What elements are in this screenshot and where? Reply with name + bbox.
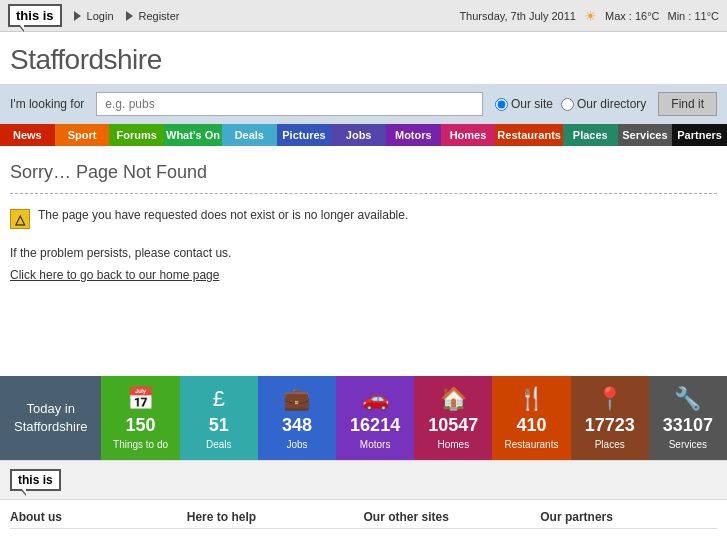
nav-item-forums[interactable]: Forums (109, 124, 164, 146)
footer-col-2: Our other sites (364, 510, 541, 533)
footer-col-0: About us (10, 510, 187, 533)
radio-group: Our site Our directory (495, 97, 646, 111)
persist-text: If the problem persists, please contact … (10, 243, 717, 265)
logo-text: this is (16, 8, 54, 23)
nav-item-news[interactable]: News (0, 124, 55, 146)
today-icon-5: 🍴 (518, 386, 545, 412)
footer-links: About us Here to help Our other sites Ou… (0, 500, 727, 543)
error-message: The page you have requested does not exi… (38, 208, 408, 222)
today-lbl-1: Deals (206, 439, 232, 450)
today-item-places[interactable]: 📍 17723 Places (571, 376, 649, 460)
today-line1: Today in (27, 401, 75, 416)
footer-col-heading-3: Our partners (540, 510, 717, 529)
today-item-thingstodo[interactable]: 📅 150 Things to do (101, 376, 179, 460)
footer-col-heading-2: Our other sites (364, 510, 541, 529)
footer-col-heading-1: Here to help (187, 510, 364, 529)
find-button[interactable]: Find it (658, 92, 717, 116)
search-input[interactable] (96, 92, 483, 116)
weather-icon: ☀ (584, 8, 597, 24)
top-bar-left: this is Login Register (8, 4, 179, 27)
today-icon-7: 🔧 (674, 386, 701, 412)
today-icon-6: 📍 (596, 386, 623, 412)
radio-our-site[interactable]: Our site (495, 97, 553, 111)
today-icon-1: £ (213, 386, 225, 412)
today-items: 📅 150 Things to do£ 51 Deals💼 348 Jobs🚗 … (101, 376, 727, 460)
today-label: Today in Staffordshire (0, 376, 101, 460)
radio-our-site-label: Our site (511, 97, 553, 111)
error-links: If the problem persists, please contact … (10, 243, 717, 286)
error-divider (10, 193, 717, 194)
top-bar: this is Login Register Thursday, 7th Jul… (0, 0, 727, 32)
search-label: I'm looking for (10, 97, 84, 111)
today-lbl-3: Motors (360, 439, 391, 450)
today-num-4: 10547 (428, 415, 478, 437)
today-num-1: 51 (209, 415, 229, 437)
today-item-homes[interactable]: 🏠 10547 Homes (414, 376, 492, 460)
today-lbl-7: Services (669, 439, 707, 450)
radio-directory-input[interactable] (561, 98, 574, 111)
nav-item-motors[interactable]: Motors (386, 124, 441, 146)
today-lbl-4: Homes (437, 439, 469, 450)
today-item-jobs[interactable]: 💼 348 Jobs (258, 376, 336, 460)
register-icon (126, 11, 133, 21)
today-lbl-5: Restaurants (505, 439, 559, 450)
nav-item-jobs[interactable]: Jobs (331, 124, 386, 146)
nav-item-deals[interactable]: Deals (222, 124, 277, 146)
nav-item-places[interactable]: Places (563, 124, 618, 146)
footer-col-1: Here to help (187, 510, 364, 533)
radio-our-site-input[interactable] (495, 98, 508, 111)
back-home-link[interactable]: Click here to go back to our home page (10, 268, 219, 282)
nav-bar: NewsSportForumsWhat's OnDealsPicturesJob… (0, 124, 727, 146)
today-num-7: 33107 (663, 415, 713, 437)
nav-item-whatson[interactable]: What's On (164, 124, 222, 146)
today-lbl-2: Jobs (286, 439, 307, 450)
nav-item-services[interactable]: Services (618, 124, 673, 146)
today-item-motors[interactable]: 🚗 16214 Motors (336, 376, 414, 460)
today-item-restaurants[interactable]: 🍴 410 Restaurants (492, 376, 570, 460)
today-item-deals[interactable]: £ 51 Deals (180, 376, 258, 460)
date-text: Thursday, 7th July 2011 (459, 10, 576, 22)
login-link[interactable]: Login (74, 10, 114, 22)
today-section: Today in Staffordshire 📅 150 Things to d… (0, 376, 727, 460)
register-link[interactable]: Register (126, 10, 180, 22)
nav-item-restaurants[interactable]: Restaurants (495, 124, 563, 146)
today-icon-2: 💼 (283, 386, 310, 412)
logo: this is (8, 4, 62, 27)
nav-item-homes[interactable]: Homes (441, 124, 496, 146)
today-num-5: 410 (516, 415, 546, 437)
footer-logo-bar: this is (0, 460, 727, 500)
today-num-3: 16214 (350, 415, 400, 437)
top-bar-right: Thursday, 7th July 2011 ☀ Max : 16°C Min… (459, 8, 719, 24)
footer-col-3: Our partners (540, 510, 717, 533)
search-bar: I'm looking for Our site Our directory F… (0, 84, 727, 124)
today-line2: Staffordshire (14, 419, 87, 434)
today-num-0: 150 (126, 415, 156, 437)
today-icon-0: 📅 (127, 386, 154, 412)
nav-item-pictures[interactable]: Pictures (277, 124, 332, 146)
min-temp: Min : 11°C (668, 10, 719, 22)
site-title: Staffordshire (0, 32, 727, 84)
login-icon (74, 11, 81, 21)
nav-item-partners[interactable]: Partners (672, 124, 727, 146)
today-num-6: 17723 (585, 415, 635, 437)
max-temp: Max : 16°C (605, 10, 660, 22)
today-icon-3: 🚗 (362, 386, 389, 412)
error-title: Sorry… Page Not Found (10, 162, 717, 183)
today-lbl-0: Things to do (113, 439, 168, 450)
footer-logo: this is (10, 469, 61, 491)
today-item-services[interactable]: 🔧 33107 Services (649, 376, 727, 460)
nav-item-sport[interactable]: Sport (55, 124, 110, 146)
footer-col-heading-0: About us (10, 510, 187, 529)
warning-icon: △ (10, 209, 30, 229)
today-lbl-6: Places (595, 439, 625, 450)
main-content: Sorry… Page Not Found △ The page you hav… (0, 146, 727, 366)
error-box: △ The page you have requested does not e… (10, 208, 717, 229)
today-icon-4: 🏠 (440, 386, 467, 412)
footer-logo-text: this is (18, 473, 53, 487)
radio-directory[interactable]: Our directory (561, 97, 646, 111)
today-num-2: 348 (282, 415, 312, 437)
radio-directory-label: Our directory (577, 97, 646, 111)
